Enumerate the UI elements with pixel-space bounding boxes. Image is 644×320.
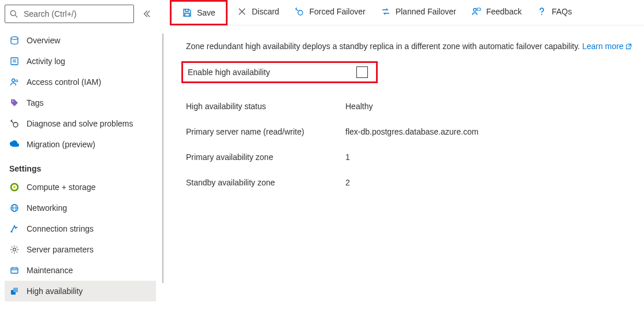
svg-point-6 (12, 79, 15, 82)
svg-line-1 (15, 15, 17, 17)
svg-point-27 (298, 10, 303, 15)
property-key: Primary server name (read/write) (186, 127, 345, 136)
enable-label: Enable high availability (188, 68, 270, 77)
sidebar-item-tags[interactable]: Tags (5, 92, 156, 113)
svg-point-13 (13, 186, 16, 188)
connection-strings-icon (9, 224, 20, 234)
sidebar-item-label: Migration (preview) (27, 140, 95, 149)
property-key: Primary availability zone (186, 152, 345, 162)
maintenance-icon (9, 265, 20, 276)
sidebar-item-label: Connection strings (27, 224, 94, 233)
sidebar: Overview Activity log Access control (IA… (0, 0, 156, 320)
sidebar-item-diagnose[interactable]: Diagnose and solve problems (5, 113, 156, 134)
sidebar-item-maintenance[interactable]: Maintenance (5, 260, 156, 281)
sidebar-item-connection-strings[interactable]: Connection strings (5, 218, 156, 239)
svg-line-29 (296, 8, 297, 9)
search-icon (10, 10, 18, 18)
compute-storage-icon (9, 182, 20, 192)
access-control-icon (9, 77, 20, 87)
svg-rect-31 (477, 8, 481, 10)
sidebar-item-label: Activity log (27, 57, 65, 66)
collapse-sidebar-button[interactable] (140, 7, 154, 21)
sidebar-item-networking[interactable]: Networking (5, 198, 156, 218)
description-row: Zone redundant high availability deploys… (186, 42, 644, 51)
discard-icon (237, 6, 247, 17)
high-availability-icon (9, 286, 20, 296)
toolbar: Save Discard Forced Failover Planned Fai… (170, 0, 644, 25)
server-parameters-icon (9, 244, 20, 255)
svg-point-2 (11, 37, 18, 40)
search-input[interactable] (23, 9, 129, 19)
sidebar-item-label: Compute + storage (27, 183, 95, 192)
planned-failover-icon (381, 6, 391, 17)
planned-failover-button[interactable]: Planned Failover (375, 2, 462, 21)
sidebar-item-label: Diagnose and solve problems (27, 119, 133, 128)
svg-point-32 (541, 14, 542, 15)
faqs-icon (537, 6, 547, 17)
faqs-button[interactable]: FAQs (531, 2, 578, 21)
svg-line-11 (11, 120, 13, 122)
activity-log-icon (9, 56, 20, 66)
svg-point-8 (12, 101, 13, 102)
toolbar-label: Save (197, 8, 215, 17)
sidebar-item-label: High availability (27, 286, 83, 296)
svg-point-18 (13, 248, 16, 251)
svg-rect-19 (11, 268, 18, 273)
toolbar-label: Forced Failover (309, 7, 365, 16)
property-value: flex-db.postgres.database.azure.com (345, 127, 478, 136)
sidebar-item-label: Overview (27, 36, 60, 45)
sidebar-item-label: Tags (27, 98, 44, 107)
diagnose-icon (9, 118, 20, 129)
sidebar-item-server-parameters[interactable]: Server parameters (5, 239, 156, 260)
sidebar-item-activity-log[interactable]: Activity log (5, 51, 156, 72)
property-value: 1 (345, 152, 350, 162)
save-button[interactable]: Save (176, 3, 221, 22)
feedback-button[interactable]: Feedback (466, 2, 527, 21)
sidebar-item-label: Networking (27, 203, 67, 213)
sidebar-item-high-availability[interactable]: High availability (5, 281, 156, 302)
tags-icon (9, 98, 20, 108)
search-box[interactable] (5, 5, 134, 23)
toolbar-label: Discard (252, 7, 279, 16)
properties-table: High availability status Healthy Primary… (186, 94, 644, 195)
sidebar-item-label: Server parameters (27, 245, 94, 254)
sidebar-item-label: Maintenance (27, 266, 73, 275)
enable-high-availability-row: Enable high availability (181, 61, 378, 83)
feedback-icon (471, 6, 482, 17)
networking-icon (9, 203, 20, 213)
table-row: Standby availability zone 2 (186, 170, 644, 195)
sidebar-item-label: Access control (IAM) (27, 77, 101, 87)
main-content: Save Discard Forced Failover Planned Fai… (156, 0, 644, 320)
nav-primary: Overview Activity log Access control (IA… (5, 30, 156, 155)
save-highlight-box: Save (170, 0, 228, 25)
property-key: Standby availability zone (186, 178, 345, 187)
property-value: 2 (345, 178, 350, 187)
svg-point-0 (10, 10, 16, 16)
toolbar-label: Planned Failover (396, 7, 456, 16)
forced-failover-button[interactable]: Forced Failover (288, 2, 371, 21)
table-row: High availability status Healthy (186, 94, 644, 119)
settings-header: Settings (5, 155, 156, 177)
svg-point-17 (11, 231, 13, 233)
svg-rect-24 (13, 288, 18, 292)
description-text: Zone redundant high availability deploys… (186, 42, 580, 51)
forced-failover-icon (294, 6, 304, 17)
overview-icon (9, 35, 20, 46)
link-label: Learn more (582, 42, 624, 51)
svg-point-7 (16, 80, 18, 82)
migration-icon (9, 139, 20, 150)
sidebar-item-access-control[interactable]: Access control (IAM) (5, 72, 156, 92)
toolbar-label: FAQs (552, 7, 572, 16)
sidebar-item-overview[interactable]: Overview (5, 30, 156, 51)
discard-button[interactable]: Discard (231, 2, 285, 21)
toolbar-label: Feedback (486, 7, 522, 16)
property-key: High availability status (186, 102, 345, 111)
svg-point-30 (473, 8, 476, 11)
svg-rect-3 (11, 58, 18, 65)
sidebar-item-compute-storage[interactable]: Compute + storage (5, 177, 156, 198)
learn-more-link[interactable]: Learn more (582, 42, 632, 51)
sidebar-item-migration[interactable]: Migration (preview) (5, 134, 156, 155)
enable-high-availability-checkbox[interactable] (356, 66, 368, 78)
table-row: Primary server name (read/write) flex-db… (186, 119, 644, 144)
svg-point-9 (13, 122, 18, 127)
